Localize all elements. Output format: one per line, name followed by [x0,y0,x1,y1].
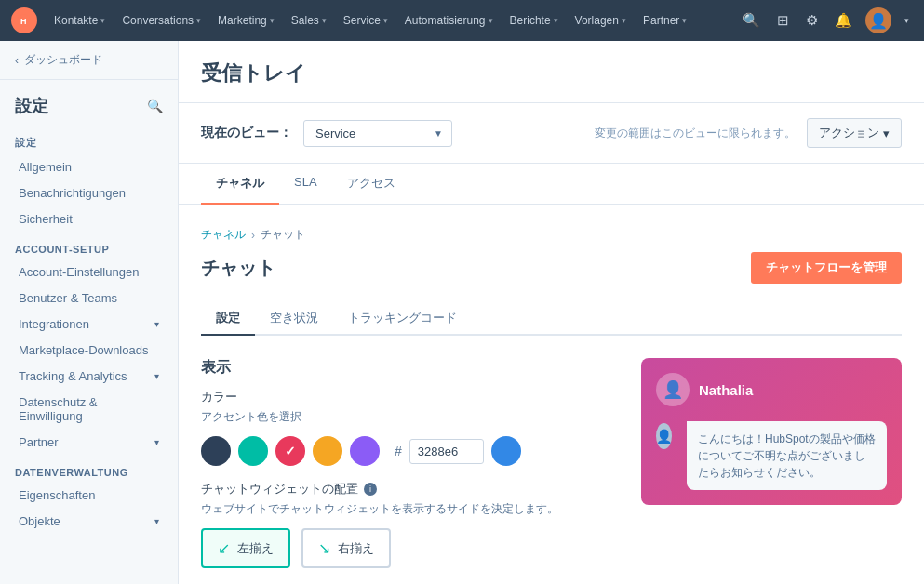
nav-vorlagen[interactable]: Vorlagen▾ [568,10,634,31]
nav-conversations[interactable]: Conversations▾ [114,10,208,31]
sidebar-title: 設定 🔍 [0,80,178,125]
nav-berichte[interactable]: Berichte▾ [502,10,566,31]
view-note: 変更の範囲はこのビューに限られます。 [595,126,796,141]
search-icon[interactable]: 🔍 [739,8,764,33]
chat-sender-avatar: 👤 [656,423,672,449]
breadcrumb-current: チャット [261,227,305,243]
hash-sign: # [395,444,402,458]
nav-kontakte[interactable]: Kontakte▾ [47,10,113,31]
manage-button[interactable]: チャットフローを管理 [751,252,902,284]
view-bar-right: 変更の範囲はこのビューに限られます。 アクション ▾ [595,118,902,148]
breadcrumb-parent[interactable]: チャネル [201,227,246,243]
page-title: 受信トレイ [201,60,902,87]
placement-options: ↙ 左揃え ↘ 右揃え [201,528,604,568]
section-header: チャット チャットフローを管理 [201,252,902,284]
sidebar-section-settings: 設定 [0,125,178,153]
hubspot-logo[interactable]: H [11,7,37,33]
tab-sla[interactable]: SLA [279,164,332,205]
chevron-down-icon: ▾ [883,126,890,140]
chevron-down-icon: ▾ [154,371,159,381]
action-button[interactable]: アクション ▾ [807,118,902,148]
back-to-dashboard[interactable]: ‹ ダッシュボード [0,41,178,80]
placement-left[interactable]: ↙ 左揃え [201,528,290,568]
nav-service[interactable]: Service▾ [336,10,395,31]
nav-marketing[interactable]: Marketing▾ [210,10,282,31]
chat-bubble: こんにちは！HubSpotの製品や価格についてご不明な点がございましたらお知らせ… [687,421,887,490]
placement-label: チャットウィジェットの配置 i [201,481,604,498]
view-dropdown[interactable]: Service [303,120,452,147]
sidebar-section-account: Account-Setup [0,232,178,259]
placement-right[interactable]: ↘ 右揃え [301,528,391,568]
sidebar-item-tracking-analytics[interactable]: Tracking & Analytics ▾ [4,364,174,389]
sidebar-item-marketplace[interactable]: Marketplace-Downloads [4,338,174,363]
settings-icon[interactable]: ⚙ [802,8,822,33]
sub-tab-tracking-code[interactable]: トラッキングコード [333,302,472,336]
align-right-icon: ↘ [318,539,330,557]
view-select-container: Service ▼ [303,120,452,147]
swatch-teal[interactable] [238,436,268,466]
notifications-icon[interactable]: 🔔 [831,8,856,33]
nav-items: Kontakte▾ Conversations▾ Marketing▾ Sale… [47,10,739,31]
sidebar-item-integrationen[interactable]: Integrationen ▾ [4,312,174,337]
tab-access[interactable]: アクセス [332,164,410,205]
placement-desc: ウェブサイトでチャットウィジェットを表示するサイドを決定します。 [201,501,604,517]
view-label: 現在のビュー： [201,125,292,141]
view-bar: 現在のビュー： Service ▼ 変更の範囲はこのビューに限られます。 アクシ… [179,103,924,164]
info-icon[interactable]: i [364,483,377,496]
account-chevron-icon[interactable]: ▾ [901,12,913,29]
view-bar-left: 現在のビュー： Service ▼ [201,120,452,147]
sidebar-item-benutzer-teams[interactable]: Benutzer & Teams [4,285,174,311]
tab-channel[interactable]: チャネル [201,164,279,205]
sidebar-item-benachrichtigungen[interactable]: Benachrichtigungen [4,180,174,206]
chevron-down-icon: ▾ [154,516,159,526]
agent-name: Nathalia [699,382,753,398]
nav-partner[interactable]: Partner▾ [636,10,694,31]
chat-bubble-row: 👤 こんにちは！HubSpotの製品や価格についてご不明な点がございましたらお知… [656,421,887,490]
apps-icon[interactable]: ⊞ [773,8,793,33]
sidebar-item-objekte[interactable]: Objekte ▾ [4,509,174,534]
sidebar-item-eigenschaften[interactable]: Eigenschaften [4,483,174,508]
sidebar: ‹ ダッシュボード 設定 🔍 設定 Allgemein Benachrichti… [0,41,179,584]
color-sublabel: アクセント色を選択 [201,409,604,425]
chevron-down-icon: ▾ [154,319,159,329]
chat-bubble-text: こんにちは！HubSpotの製品や価格についてご不明な点がございましたらお知らせ… [698,431,876,481]
agent-avatar: 👤 [656,373,690,406]
chat-preview-header: 👤 Nathalia [656,373,887,406]
hex-color-input[interactable] [409,439,484,464]
swatch-orange[interactable] [313,436,342,466]
breadcrumb: チャネル › チャット [201,227,902,243]
sidebar-search-icon[interactable]: 🔍 [147,99,163,113]
sidebar-item-partner[interactable]: Partner ▾ [4,430,174,455]
chat-preview-widget: 👤 Nathalia 👤 こんにちは！HubSpotの製品や価格についてご不明な… [641,358,902,505]
swatch-purple[interactable] [350,436,380,466]
settings-row: 表示 カラー アクセント色を選択 # [201,358,902,584]
align-left-icon: ↙ [218,539,230,557]
nav-automatisierung[interactable]: Automatisierung▾ [397,10,501,31]
settings-left: 表示 カラー アクセント色を選択 # [201,358,604,584]
chat-preview: 👤 Nathalia 👤 こんにちは！HubSpotの製品や価格についてご不明な… [641,358,902,584]
sidebar-item-sicherheit[interactable]: Sicherheit [4,206,174,232]
section-title: チャット [201,256,275,281]
nav-right-actions: 🔍 ⊞ ⚙ 🔔 👤 ▾ [739,7,913,33]
sub-tabs: 設定 空き状況 トラッキングコード [201,302,902,336]
sidebar-section-data: Datenverwaltung [0,456,178,482]
top-navigation: H Kontakte▾ Conversations▾ Marketing▾ Sa… [0,0,924,41]
main-layout: ‹ ダッシュボード 設定 🔍 設定 Allgemein Benachrichti… [0,41,924,584]
sub-tab-settings[interactable]: 設定 [201,302,255,336]
main-content: 受信トレイ 現在のビュー： Service ▼ 変更の範囲はこのビューに限られま… [179,41,924,584]
chevron-down-icon: ▾ [154,437,159,447]
sidebar-item-datenschutz[interactable]: Datenschutz & Einwilligung [4,390,174,429]
content-area: チャネル › チャット チャット チャットフローを管理 設定 空き状況 トラッキ… [179,205,924,584]
breadcrumb-separator: › [251,229,255,242]
sidebar-item-allgemein[interactable]: Allgemein [4,154,174,179]
swatch-dark[interactable] [201,436,231,466]
page-header: 受信トレイ [179,41,924,103]
svg-text:H: H [20,17,27,26]
custom-color-swatch[interactable] [491,436,521,466]
nav-sales[interactable]: Sales▾ [284,10,334,31]
sidebar-item-account-einstellungen[interactable]: Account-Einstellungen [4,259,174,285]
sub-tab-availability[interactable]: 空き状況 [255,302,333,336]
back-icon: ‹ [15,54,19,67]
swatch-pink[interactable] [275,436,305,466]
user-avatar[interactable]: 👤 [865,7,891,33]
